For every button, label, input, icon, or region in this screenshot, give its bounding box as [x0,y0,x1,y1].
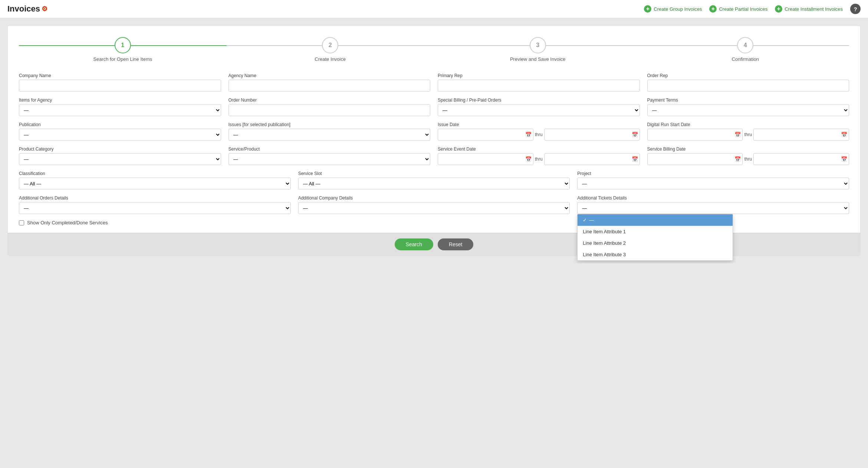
classification-label: Classification [19,171,291,176]
settings-icon[interactable]: ⚙ [42,5,47,13]
dropdown-option-attr1[interactable]: Line Item Attribute 1 [578,226,733,237]
special-billing-group: Special Billing / Pre-Paid Orders — [438,98,640,116]
main-content: 1 Search for Open Line Items 2 Create In… [0,18,868,263]
show-completed-label: Show Only Completed/Done Services [27,220,108,225]
additional-tickets-group: Additional Tickets Details — Line Item A… [577,195,849,214]
create-installment-invoices-btn[interactable]: + Create Installment Invoices [775,5,843,13]
additional-orders-group: Additional Orders Details — [19,195,291,214]
items-for-agency-select[interactable]: — [19,104,221,116]
project-label: Project [577,171,849,176]
items-for-agency-label: Items for Agency [19,98,221,103]
create-group-invoices-btn[interactable]: + Create Group Invoices [644,5,702,13]
issues-group: Issues [for selected publication] — [228,122,431,141]
top-bar: Invoices ⚙ + Create Group Invoices + Cre… [0,0,868,18]
issues-select[interactable]: — [228,129,431,141]
product-category-select[interactable]: — [19,153,221,165]
company-name-input[interactable] [19,80,221,92]
create-partial-invoices-btn[interactable]: + Create Partial Invoices [709,5,767,13]
digital-run-date-range: 📅 thru 📅 [647,129,849,141]
payment-terms-group: Payment Terms — [647,98,849,116]
step-label-4: Confirmation [731,56,759,62]
dropdown-option-attr3[interactable]: Line Item Attribute 3 [578,249,733,260]
additional-tickets-select[interactable]: — Line Item Attribute 1 Line Item Attrib… [577,202,849,214]
product-category-group: Product Category — [19,146,221,165]
service-product-select[interactable]: — [228,153,431,165]
service-billing-from-wrap: 📅 [647,153,743,165]
digital-run-from-wrap: 📅 [647,129,743,141]
step-circle-1: 1 [115,37,131,53]
classification-group: Classification — All — [19,171,291,189]
app-title: Invoices ⚙ [7,4,47,14]
create-partial-label: Create Partial Invoices [719,6,767,12]
step-circle-2: 2 [322,37,338,53]
step-2: 2 Create Invoice [227,37,434,62]
show-completed-checkbox[interactable] [19,220,24,225]
additional-company-label: Additional Company Details [298,195,570,201]
service-billing-to-wrap: 📅 [753,153,849,165]
plus-icon-installment: + [775,5,782,13]
service-event-date-label: Service Event Date [438,146,640,152]
service-billing-to-input[interactable] [753,153,849,165]
classification-select[interactable]: — All — [19,178,291,189]
top-actions: + Create Group Invoices + Create Partial… [644,5,843,13]
order-number-label: Order Number [228,98,431,103]
digital-run-group: Digital Run Start Date 📅 thru 📅 [647,122,849,141]
help-button[interactable]: ? [850,4,861,14]
order-rep-group: Order Rep [647,73,849,92]
reset-button[interactable]: Reset [438,238,474,250]
thru-label-1: thru [535,132,543,137]
form-row-1: Company Name Agency Name Primary Rep Ord… [19,73,849,92]
step-4: 4 Confirmation [642,37,849,62]
payment-terms-select[interactable]: — [647,104,849,116]
service-billing-date-label: Service Billing Date [647,146,849,152]
additional-tickets-label: Additional Tickets Details [577,195,849,201]
primary-rep-group: Primary Rep [438,73,640,92]
service-event-from-wrap: 📅 [438,153,533,165]
payment-terms-label: Payment Terms [647,98,849,103]
issue-date-label: Issue Date [438,122,640,127]
service-event-to-input[interactable] [544,153,640,165]
issues-label: Issues [for selected publication] [228,122,431,127]
primary-rep-input[interactable] [438,80,640,92]
tickets-dropdown-overlay: ✓ — Line Item Attribute 1 Line Item Attr… [577,214,733,261]
service-event-from-input[interactable] [438,153,533,165]
app-title-text: Invoices [7,4,40,14]
step-label-2: Create Invoice [315,56,346,62]
search-button[interactable]: Search [395,238,433,250]
company-name-group: Company Name [19,73,221,92]
issue-date-group: Issue Date 📅 thru 📅 [438,122,640,141]
publication-label: Publication [19,122,221,127]
items-for-agency-group: Items for Agency — [19,98,221,116]
additional-company-group: Additional Company Details — [298,195,570,214]
product-category-label: Product Category [19,146,221,152]
dropdown-option-dash[interactable]: ✓ — [578,214,733,226]
digital-run-to-wrap: 📅 [753,129,849,141]
publication-group: Publication — [19,122,221,141]
issue-date-range: 📅 thru 📅 [438,129,640,141]
agency-name-input[interactable] [228,80,431,92]
order-number-group: Order Number [228,98,431,116]
special-billing-select[interactable]: — [438,104,640,116]
stepper: 1 Search for Open Line Items 2 Create In… [19,37,849,62]
additional-orders-label: Additional Orders Details [19,195,291,201]
service-product-group: Service/Product — [228,146,431,165]
additional-orders-select[interactable]: — [19,202,291,214]
company-name-label: Company Name [19,73,221,78]
additional-company-select[interactable]: — [298,202,570,214]
service-billing-from-input[interactable] [647,153,743,165]
issue-date-to-input[interactable] [544,129,640,141]
dropdown-option-attr2[interactable]: Line Item Attribute 2 [578,237,733,249]
service-slot-select[interactable]: — All — [298,178,570,189]
publication-select[interactable]: — [19,129,221,141]
service-slot-label: Service Slot [298,171,570,176]
service-event-to-wrap: 📅 [544,153,640,165]
issue-date-from-input[interactable] [438,129,533,141]
thru-label-4: thru [744,156,752,162]
digital-run-from-input[interactable] [647,129,743,141]
project-select[interactable]: — [577,178,849,189]
digital-run-to-input[interactable] [753,129,849,141]
order-rep-input[interactable] [647,80,849,92]
issue-date-from-wrap: 📅 [438,129,533,141]
digital-run-label: Digital Run Start Date [647,122,849,127]
order-number-input[interactable] [228,104,431,116]
